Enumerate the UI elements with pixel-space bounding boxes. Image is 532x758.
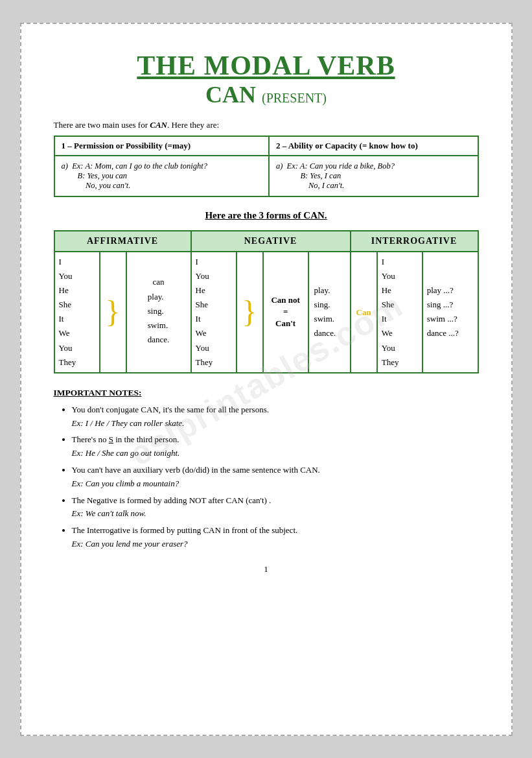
neg-brace: } — [237, 252, 263, 373]
notes-list: You don't conjugate CAN, it's the same f… — [54, 403, 479, 551]
notes-section: IMPORTANT NOTES: You don't conjugate CAN… — [54, 388, 479, 551]
intro-text: There are two main uses for CAN. Here th… — [54, 120, 479, 130]
col2-header: 2 – Ability or Capacity (= know how to) — [269, 136, 478, 156]
aff-can-verbs: can play.sing.swim.dance. — [126, 252, 191, 373]
interro-can: Can — [351, 252, 377, 373]
forms-heading: Here are the 3 forms of CAN. — [54, 210, 479, 221]
note-2: There's no S in the third person. Ex: He… — [72, 433, 479, 460]
note-3: You can't have an auxiliary verb (do/did… — [72, 464, 479, 491]
col1-example: a) Ex: A: Mom, can I go to the club toni… — [54, 156, 269, 196]
uses-table: 1 – Permission or Possibility (=may) 2 –… — [54, 136, 479, 197]
interro-verbs: play ...?sing ...?swim ...?dance ...? — [422, 252, 478, 373]
main-title: THE MODAL VERB — [54, 50, 479, 81]
forms-table: AFFIRMATIVE NEGATIVE INTERROGATIVE IYouH… — [54, 230, 479, 373]
can-label: CAN — [205, 82, 256, 108]
note-5: The Interrogative is formed by putting C… — [72, 524, 479, 551]
page: eslprintables.com THE MODAL VERB CAN (PR… — [20, 23, 513, 736]
neg-pronouns: IYouHeSheItWeYouThey — [191, 252, 237, 373]
present-label: (PRESENT) — [262, 91, 327, 105]
cannot-label: Can not=Can't — [263, 252, 308, 373]
page-number: 1 — [54, 564, 479, 574]
interro-pronouns: IYouHeSheItWeYouThey — [377, 252, 422, 373]
interrogative-header: INTERROGATIVE — [351, 231, 478, 252]
note-1: You don't conjugate CAN, it's the same f… — [72, 403, 479, 431]
title-section: THE MODAL VERB CAN (PRESENT) — [54, 50, 479, 108]
col1-header: 1 – Permission or Possibility (=may) — [54, 136, 269, 156]
negative-header: NEGATIVE — [191, 231, 351, 252]
col2-example: a) Ex: A: Can you ride a bike, Bob? B: Y… — [269, 156, 478, 196]
neg-verbs: play.sing.swim.dance. — [308, 252, 351, 373]
note-4: The Negative is formed by adding NOT aft… — [72, 494, 479, 521]
aff-pronouns: IYouHeSheItWeYouThey — [54, 252, 100, 373]
affirmative-header: AFFIRMATIVE — [54, 231, 191, 252]
sub-title: CAN (PRESENT) — [54, 81, 479, 108]
aff-brace: } — [100, 252, 126, 373]
notes-title: IMPORTANT NOTES: — [54, 388, 479, 398]
